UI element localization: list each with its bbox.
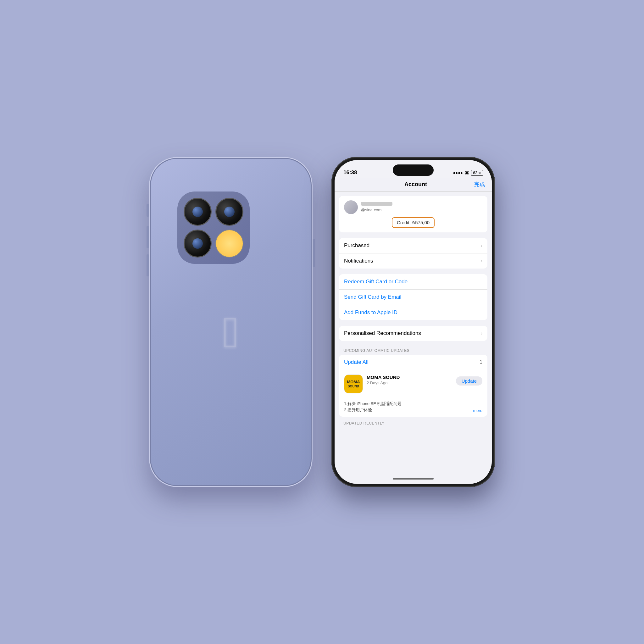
- update-button[interactable]: Update: [456, 376, 482, 386]
- home-indicator: [335, 473, 492, 484]
- volume-down-button: [147, 254, 149, 276]
- notifications-item[interactable]: Notifications ›: [339, 253, 487, 269]
- screen: 16:38 ●●●● ⌘ 63 % Account 完成: [335, 160, 492, 484]
- send-gift-card-item[interactable]: Send Gift Card by Email: [339, 290, 487, 305]
- redeem-gift-card-label: Redeem Gift Card or Code: [344, 279, 408, 285]
- app-update-notes-text: 1.解决 iPhone SE 机型适配问题 2.提升用户体验: [344, 401, 402, 413]
- nav-title: Account: [404, 181, 427, 188]
- camera-lens-ultrawide: [215, 198, 243, 226]
- account-section: @sina.com Credit: ₺575,00: [339, 196, 487, 232]
- iphone-front: 16:38 ●●●● ⌘ 63 % Account 完成: [331, 157, 495, 487]
- purchased-chevron-icon: ›: [481, 243, 482, 248]
- update-count-badge: 1: [480, 359, 482, 365]
- add-funds-label: Add Funds to Apple ID: [344, 309, 397, 316]
- nav-done-button[interactable]: 完成: [474, 181, 485, 188]
- apple-logo-icon: : [223, 307, 239, 358]
- list-section-1: Purchased › Notifications ›: [339, 238, 487, 269]
- mute-button: [147, 204, 149, 217]
- home-bar: [393, 478, 434, 480]
- app-icon-moma: MOMA SOUND: [344, 375, 363, 393]
- personalised-recommendations-item[interactable]: Personalised Recommendations ›: [339, 326, 487, 341]
- dynamic-island: [393, 164, 434, 176]
- redeem-gift-card-item[interactable]: Redeem Gift Card or Code: [339, 274, 487, 290]
- personalised-recommendations-chevron-icon: ›: [481, 330, 482, 336]
- app-update-row: MOMA SOUND MOMA SOUND 2 Days Ago Update: [339, 370, 487, 398]
- avatar: [344, 200, 358, 214]
- battery-icon: 63 %: [471, 170, 483, 176]
- update-all-label: Update All: [344, 359, 369, 365]
- more-link[interactable]: more: [473, 408, 482, 413]
- updated-recently-footer: UPDATED RECENTLY: [335, 419, 492, 427]
- app-update-notes: 1.解决 iPhone SE 机型适配问题 2.提升用户体验 more: [339, 398, 487, 417]
- volume-up-button: [147, 226, 149, 248]
- status-icons: ●●●● ⌘ 63 %: [453, 170, 483, 176]
- send-gift-card-label: Send Gift Card by Email: [344, 294, 401, 300]
- list-section-3: Personalised Recommendations ›: [339, 326, 487, 341]
- flash-light: [215, 230, 243, 258]
- power-button: [313, 239, 315, 267]
- camera-lens-tele: [184, 230, 212, 258]
- app-date: 2 Days Ago: [367, 380, 452, 385]
- credit-badge: Credit: ₺575,00: [392, 217, 435, 228]
- account-email: @sina.com: [361, 208, 381, 212]
- scroll-area: @sina.com Credit: ₺575,00 Purchased › No…: [335, 192, 492, 473]
- add-funds-item[interactable]: Add Funds to Apple ID: [339, 305, 487, 320]
- update-section: Update All 1 MOMA SOUND MOMA SOUND 2 Day…: [339, 355, 487, 417]
- purchased-item[interactable]: Purchased ›: [339, 238, 487, 253]
- camera-module: [177, 192, 250, 264]
- account-row: @sina.com: [344, 200, 482, 214]
- account-name-blur: [361, 202, 392, 206]
- app-name: MOMA SOUND: [367, 375, 452, 380]
- wifi-icon: ⌘: [465, 170, 469, 175]
- iphone-back: : [149, 157, 313, 487]
- list-section-2: Redeem Gift Card or Code Send Gift Card …: [339, 274, 487, 320]
- upcoming-updates-header: UPCOMING AUTOMATIC UPDATES: [335, 347, 492, 355]
- notifications-chevron-icon: ›: [481, 258, 482, 264]
- scene:  16:38 ●●●● ⌘ 63 %: [0, 0, 644, 644]
- update-all-row[interactable]: Update All 1: [339, 355, 487, 370]
- camera-lens-wide: [184, 198, 212, 226]
- status-time: 16:38: [343, 169, 357, 176]
- nav-bar: Account 完成: [335, 178, 492, 192]
- purchased-label: Purchased: [344, 242, 369, 249]
- personalised-recommendations-label: Personalised Recommendations: [344, 330, 421, 336]
- notifications-label: Notifications: [344, 258, 373, 264]
- app-update-info: MOMA SOUND 2 Days Ago: [367, 375, 452, 385]
- account-info: @sina.com: [361, 202, 482, 213]
- signal-icon: ●●●●: [453, 170, 463, 175]
